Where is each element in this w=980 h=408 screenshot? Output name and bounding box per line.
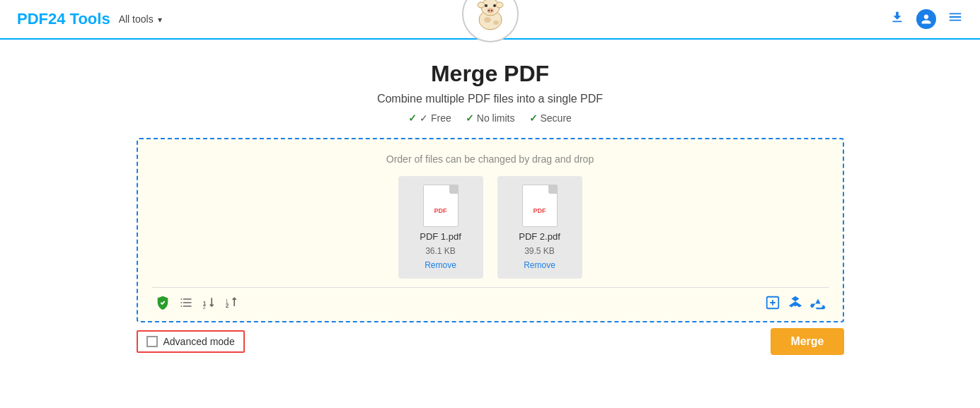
svg-point-12 <box>493 21 499 25</box>
file-size-2: 39.5 KB <box>524 246 555 256</box>
header: PDF24 Tools All tools <box>0 0 980 40</box>
svg-point-7 <box>488 10 490 11</box>
svg-point-3 <box>496 2 503 8</box>
logo-text: PDF24 Tools <box>17 10 110 28</box>
file-size-1: 36.1 KB <box>425 246 456 256</box>
remove-file-2[interactable]: Remove <box>524 260 555 270</box>
svg-point-11 <box>484 17 491 23</box>
toolbar-left: 12 12 <box>155 295 238 314</box>
file-cards-container: PDF PDF 1.pdf 36.1 KB Remove PDF PDF 2.p… <box>152 176 829 279</box>
advanced-mode-wrapper: Advanced mode <box>137 330 245 353</box>
dropzone-toolbar: 12 12 <box>152 287 829 321</box>
header-right <box>889 9 963 29</box>
advanced-mode-label[interactable]: Advanced mode <box>163 336 235 347</box>
dropzone-hint: Order of files can be changed by drag an… <box>152 153 829 165</box>
file-icon-1: PDF <box>423 185 459 227</box>
list-icon[interactable] <box>179 296 193 313</box>
file-icon-2: PDF <box>522 185 558 227</box>
sort-desc-icon[interactable]: 12 <box>224 296 238 313</box>
file-card-2: PDF PDF 2.pdf 39.5 KB Remove <box>497 176 582 279</box>
feature-nolimits-label: No limits <box>477 112 515 124</box>
svg-text:2: 2 <box>225 302 229 309</box>
features-list: ✓ ✓ Free ✓ No limits ✓ Secure <box>408 112 572 124</box>
sort-asc-icon[interactable]: 12 <box>202 296 216 313</box>
file-name-2: PDF 2.pdf <box>519 231 560 242</box>
user-avatar[interactable] <box>916 9 936 29</box>
remove-file-1[interactable]: Remove <box>425 260 456 270</box>
menu-icon[interactable] <box>947 9 963 29</box>
file-card-1: PDF PDF 1.pdf 36.1 KB Remove <box>398 176 483 279</box>
svg-point-8 <box>491 10 492 11</box>
svg-point-4 <box>485 4 488 7</box>
chevron-down-icon <box>156 13 162 25</box>
svg-point-2 <box>478 2 485 8</box>
download-icon[interactable] <box>889 9 905 29</box>
page-title: Merge PDF <box>431 61 549 87</box>
logo[interactable]: PDF24 Tools <box>17 10 110 28</box>
feature-free: ✓ ✓ Free <box>408 112 451 124</box>
all-tools-label: All tools <box>119 13 154 25</box>
dropbox-icon[interactable] <box>788 295 803 314</box>
merge-button[interactable]: Merge <box>771 328 843 355</box>
advanced-mode-checkbox[interactable] <box>146 336 158 347</box>
mascot-svg <box>469 0 512 35</box>
logo-circle <box>462 0 519 42</box>
check-icon: ✓ <box>408 112 417 124</box>
google-drive-icon[interactable] <box>810 295 826 314</box>
check-icon-2: ✓ <box>466 112 474 124</box>
svg-point-5 <box>493 4 496 7</box>
all-tools-menu[interactable]: All tools <box>119 13 162 25</box>
toolbar-right <box>765 295 826 314</box>
feature-secure: ✓ Secure <box>529 112 572 124</box>
check-icon-3: ✓ <box>529 112 538 124</box>
center-logo <box>462 0 519 42</box>
page-subtitle: Combine multiple PDF files into a single… <box>377 93 603 105</box>
feature-nolimits: ✓ No limits <box>466 112 515 124</box>
main-content: Merge PDF Combine multiple PDF files int… <box>0 40 980 355</box>
svg-point-6 <box>487 8 494 13</box>
svg-point-1 <box>481 0 500 16</box>
feature-free-label: ✓ Free <box>420 112 451 124</box>
feature-secure-label: Secure <box>541 112 572 124</box>
dropzone[interactable]: Order of files can be changed by drag an… <box>137 138 844 322</box>
svg-text:2: 2 <box>202 305 205 310</box>
file-name-1: PDF 1.pdf <box>420 231 461 242</box>
shield-icon[interactable] <box>155 295 171 314</box>
add-file-icon[interactable] <box>765 295 780 314</box>
bottom-bar: Advanced mode Merge <box>137 328 844 355</box>
